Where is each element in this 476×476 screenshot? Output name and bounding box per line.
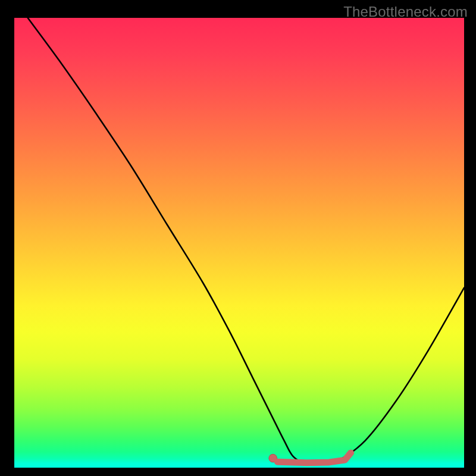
plot-area (14, 18, 464, 468)
chart-svg (14, 18, 464, 468)
bottleneck-curve (28, 18, 464, 465)
optimum-range-bar (277, 453, 350, 463)
chart-container: TheBottleneck.com (0, 0, 476, 476)
